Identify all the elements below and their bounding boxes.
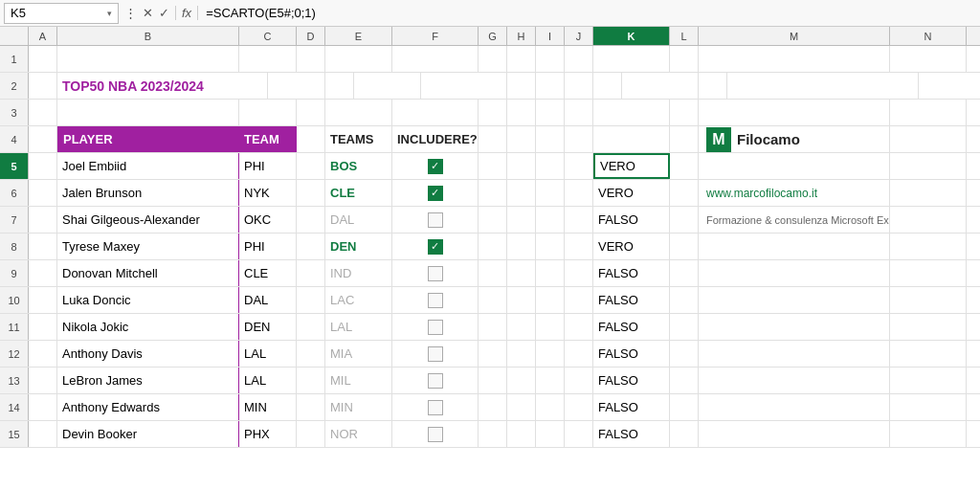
cell-checkbox-6[interactable]: ✓ (392, 180, 479, 206)
cell-checkbox-9[interactable] (392, 260, 479, 286)
cell-k8[interactable]: VERO (593, 234, 670, 259)
col-header-o[interactable]: O (967, 27, 980, 45)
cell-player-15[interactable]: Devin Booker (57, 421, 239, 447)
cell-d6[interactable] (297, 180, 325, 206)
cell-player-8[interactable]: Tyrese Maxey (57, 234, 239, 259)
cell-j13[interactable] (565, 368, 593, 393)
cell-l10[interactable] (670, 287, 699, 313)
col-header-f[interactable]: F (392, 27, 479, 45)
cell-k11[interactable]: FALSO (593, 314, 670, 340)
cell-l12[interactable] (670, 341, 699, 367)
cell-i9[interactable] (536, 260, 565, 286)
cell-checkbox-7[interactable] (392, 207, 479, 233)
cell-d11[interactable] (297, 314, 325, 340)
cell-a4[interactable] (29, 126, 57, 152)
cell-n8[interactable] (890, 234, 967, 259)
cell-n3[interactable] (890, 100, 967, 125)
cell-f3[interactable] (392, 100, 479, 125)
cell-d7[interactable] (297, 207, 325, 233)
cell-o12[interactable] (967, 341, 980, 367)
checkbox-unchecked[interactable] (428, 266, 443, 281)
cell-i2[interactable] (565, 73, 593, 99)
cell-k2[interactable] (622, 73, 699, 99)
cell-c2[interactable] (268, 73, 325, 99)
cell-h14[interactable] (507, 394, 536, 420)
checkbox-checked[interactable]: ✓ (428, 239, 443, 255)
cell-k3[interactable] (593, 100, 670, 125)
cell-teams-label-5[interactable]: BOS (325, 153, 392, 179)
cell-h13[interactable] (507, 368, 536, 393)
cell-teams-label-9[interactable]: IND (325, 260, 392, 286)
col-header-k[interactable]: K (593, 27, 670, 45)
cell-n11[interactable] (890, 314, 967, 340)
cell-k12[interactable]: FALSO (593, 341, 670, 367)
cell-n13[interactable] (890, 368, 967, 393)
cell-g11[interactable] (479, 314, 507, 340)
cell-h6[interactable] (507, 180, 536, 206)
cell-a6[interactable] (29, 180, 57, 206)
cell-teams-label-7[interactable]: DAL (325, 207, 392, 233)
cell-teams-label-15[interactable]: NOR (325, 421, 392, 447)
cell-m1[interactable] (699, 46, 890, 72)
cell-h5[interactable] (507, 153, 536, 179)
cell-team-7[interactable]: OKC (239, 207, 297, 233)
checkbox-checked[interactable]: ✓ (428, 159, 443, 174)
cell-c3[interactable] (239, 100, 297, 125)
cell-teams-label-11[interactable]: LAL (325, 314, 392, 340)
cell-d1[interactable] (297, 46, 325, 72)
cell-l11[interactable] (670, 314, 699, 340)
cell-l5[interactable] (670, 153, 699, 179)
cell-a11[interactable] (29, 314, 57, 340)
cell-c1[interactable] (239, 46, 297, 72)
cell-j15[interactable] (565, 421, 593, 447)
cell-g5[interactable] (479, 153, 507, 179)
cell-e4-teams-header[interactable]: TEAMS (325, 126, 392, 152)
cell-j10[interactable] (565, 287, 593, 313)
cell-o14[interactable] (967, 394, 980, 420)
cell-k15[interactable]: FALSO (593, 421, 670, 447)
cell-h9[interactable] (507, 260, 536, 286)
cell-checkbox-10[interactable] (392, 287, 479, 313)
cell-l8[interactable] (670, 234, 699, 259)
cell-i15[interactable] (536, 421, 565, 447)
cell-checkbox-15[interactable] (392, 421, 479, 447)
cell-h2[interactable] (536, 73, 565, 99)
cell-a14[interactable] (29, 394, 57, 420)
cell-f2[interactable] (421, 73, 507, 99)
cell-b3[interactable] (57, 100, 239, 125)
cell-h10[interactable] (507, 287, 536, 313)
website-link[interactable]: www.marcofilocamo.it (706, 187, 817, 200)
cell-j6[interactable] (565, 180, 593, 206)
cell-i12[interactable] (536, 341, 565, 367)
cell-i4[interactable] (536, 126, 565, 152)
cell-o10[interactable] (967, 287, 980, 313)
cell-l14[interactable] (670, 394, 699, 420)
cell-h11[interactable] (507, 314, 536, 340)
cell-team-11[interactable]: DEN (239, 314, 297, 340)
cell-e1[interactable] (325, 46, 392, 72)
col-header-l[interactable]: L (670, 27, 699, 45)
cell-teams-label-12[interactable]: MIA (325, 341, 392, 367)
cell-h15[interactable] (507, 421, 536, 447)
cell-g1[interactable] (479, 46, 507, 72)
cell-a15[interactable] (29, 421, 57, 447)
cell-n7[interactable] (890, 207, 967, 233)
cell-a10[interactable] (29, 287, 57, 313)
cell-g3[interactable] (479, 100, 507, 125)
cell-n9[interactable] (890, 260, 967, 286)
cell-h4[interactable] (507, 126, 536, 152)
cell-d4[interactable] (297, 126, 325, 152)
cell-g9[interactable] (479, 260, 507, 286)
cell-a12[interactable] (29, 341, 57, 367)
formula-input[interactable]: =SCARTO(E5#;0;1) (200, 6, 976, 20)
cell-f4-includere-header[interactable]: INCLUDERE? (392, 126, 479, 152)
cell-m3[interactable] (699, 100, 890, 125)
cell-e2[interactable] (354, 73, 421, 99)
col-header-e[interactable]: E (325, 27, 392, 45)
cell-reference-box[interactable]: K5 ▾ (4, 3, 119, 24)
cell-checkbox-8[interactable]: ✓ (392, 234, 479, 259)
col-header-d[interactable]: D (297, 27, 325, 45)
cell-l6[interactable] (670, 180, 699, 206)
cell-a1[interactable] (29, 46, 57, 72)
cell-n10[interactable] (890, 287, 967, 313)
